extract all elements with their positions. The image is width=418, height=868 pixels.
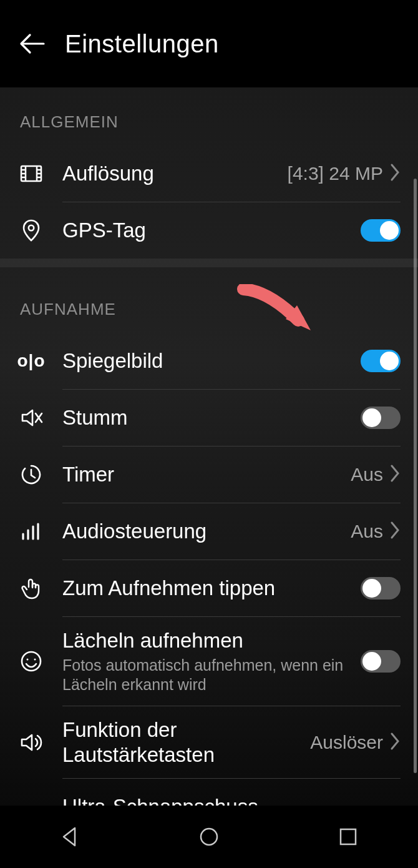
audio-value: Aus	[351, 521, 383, 542]
speaker-icon	[0, 730, 62, 755]
gps-label: GPS-Tag	[62, 218, 356, 243]
svg-point-1	[29, 225, 34, 230]
section-gap	[0, 259, 418, 267]
nav-back-button[interactable]	[39, 818, 101, 856]
smile-sub: Fotos automatisch aufnehmen, wenn ein Lä…	[62, 656, 356, 695]
mirror-label: Spiegelbild	[62, 348, 356, 373]
resolution-value: [4:3] 24 MP	[288, 163, 383, 184]
volkey-label: Funktion der Lautstärketasten	[62, 718, 305, 767]
chevron-right-icon	[389, 163, 401, 184]
section-capture-title: AUFNAHME	[0, 267, 418, 333]
row-mirror[interactable]: o|o Spiegelbild	[0, 333, 418, 389]
row-smile[interactable]: Lächeln aufnehmen Fotos automatisch aufn…	[0, 617, 418, 706]
row-audio[interactable]: Audiosteuerung Aus	[0, 503, 418, 560]
mirror-icon: o|o	[0, 351, 62, 371]
smile-icon	[0, 649, 62, 674]
mute-label: Stumm	[62, 405, 356, 430]
chevron-right-icon	[389, 732, 401, 753]
row-mute[interactable]: Stumm	[0, 390, 418, 446]
ultra-label: Ultra-Schnappschuss	[62, 794, 396, 806]
timer-icon	[0, 462, 62, 487]
row-ultra[interactable]: Ultra-Schnappschuss	[0, 779, 418, 806]
header: Einstellungen	[0, 0, 418, 87]
chevron-right-icon	[389, 464, 401, 485]
nav-home-button[interactable]	[178, 818, 240, 856]
row-timer[interactable]: Timer Aus	[0, 446, 418, 503]
section-general-title: ALLGEMEIN	[0, 87, 418, 145]
back-button[interactable]	[17, 29, 47, 59]
mirror-toggle[interactable]	[361, 350, 401, 372]
row-resolution[interactable]: Auflösung [4:3] 24 MP	[0, 145, 418, 202]
svg-rect-6	[341, 829, 356, 844]
film-icon	[0, 161, 62, 186]
system-navbar	[0, 806, 418, 868]
resolution-label: Auflösung	[62, 161, 283, 186]
gps-toggle[interactable]	[361, 219, 401, 242]
audio-label: Audiosteuerung	[62, 519, 346, 544]
nav-recent-button[interactable]	[317, 818, 379, 856]
page-title: Einstellungen	[65, 30, 219, 58]
audio-bars-icon	[0, 519, 62, 544]
tap-icon	[0, 576, 62, 601]
volkey-value: Auslöser	[310, 732, 383, 753]
mute-toggle[interactable]	[361, 407, 401, 429]
timer-label: Timer	[62, 462, 346, 487]
location-pin-icon	[0, 218, 62, 243]
tap-toggle[interactable]	[361, 577, 401, 599]
svg-point-2	[22, 652, 41, 671]
row-volume-key[interactable]: Funktion der Lautstärketasten Auslöser	[0, 706, 418, 778]
mute-icon	[0, 405, 62, 430]
smile-toggle[interactable]	[361, 650, 401, 673]
svg-point-5	[201, 829, 217, 845]
chevron-right-icon	[389, 521, 401, 542]
timer-value: Aus	[351, 464, 383, 485]
row-tap[interactable]: Zum Aufnehmen tippen	[0, 560, 418, 616]
svg-point-3	[27, 659, 29, 661]
svg-point-4	[34, 659, 36, 661]
row-gps[interactable]: GPS-Tag	[0, 202, 418, 259]
tap-label: Zum Aufnehmen tippen	[62, 576, 356, 601]
smile-label: Lächeln aufnehmen	[62, 628, 356, 653]
